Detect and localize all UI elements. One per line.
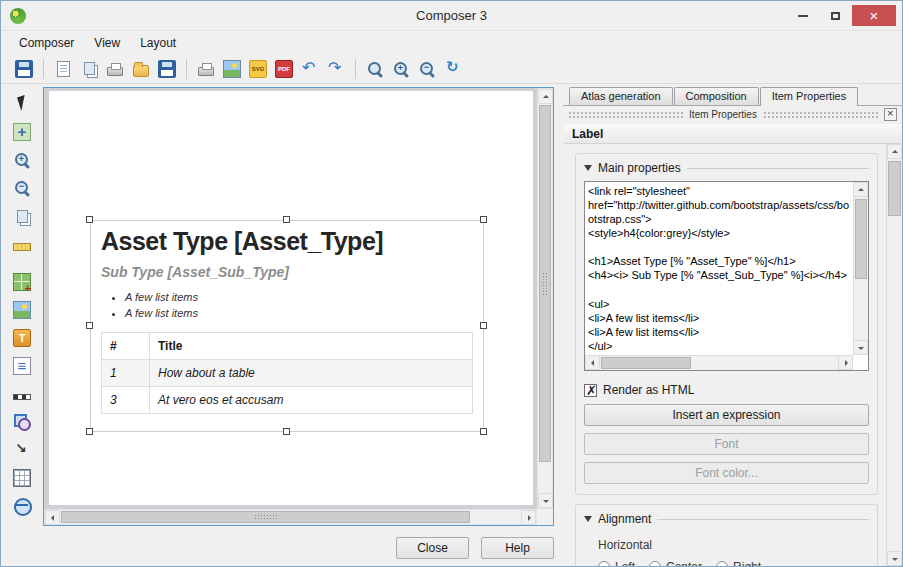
selection-handle[interactable] (283, 216, 290, 223)
select-move-item-button[interactable] (9, 91, 35, 117)
selection-handle[interactable] (283, 428, 290, 435)
new-composer-button[interactable] (50, 56, 76, 82)
selection-handle[interactable] (86, 322, 93, 329)
selection-handle[interactable] (86, 216, 93, 223)
selection-handle[interactable] (86, 428, 93, 435)
tab-composition[interactable]: Composition (674, 87, 759, 105)
editor-vertical-scrollbar[interactable] (853, 182, 868, 355)
cursor-icon (13, 95, 31, 113)
export-as-image-button[interactable] (219, 56, 245, 82)
scroll-thumb[interactable] (888, 161, 901, 216)
table-row: 3 At vero eos et accusam (102, 386, 473, 413)
zoom-out-tool-button[interactable] (9, 175, 35, 201)
scroll-thumb[interactable] (601, 357, 691, 369)
zoom-out-icon (418, 60, 436, 78)
zoom-full-button[interactable] (362, 56, 388, 82)
scroll-down-arrow[interactable] (887, 551, 902, 566)
duplicate-composer-button[interactable] (76, 56, 102, 82)
add-arrow-button[interactable] (9, 437, 35, 463)
alignment-header[interactable]: Alignment (584, 510, 869, 528)
tab-atlas-generation[interactable]: Atlas generation (569, 87, 673, 105)
redo-button[interactable] (323, 56, 349, 82)
add-image-button[interactable] (9, 297, 35, 323)
add-legend-button[interactable] (9, 353, 35, 379)
zoom-full-icon (366, 60, 384, 78)
scroll-right-arrow[interactable] (838, 355, 853, 370)
align-left-radio[interactable]: Left (598, 560, 635, 566)
label-item-list: A few list items A few list items (125, 290, 473, 322)
thumb-grip (542, 272, 548, 296)
printer-icon (198, 67, 214, 76)
canvas-horizontal-scrollbar[interactable] (44, 509, 537, 525)
selection-handle[interactable] (480, 322, 487, 329)
zoom-in-tool-button[interactable] (9, 147, 35, 173)
label-item-table: # Title 1 How about a table 3 At vero eo… (101, 332, 473, 414)
insert-expression-button[interactable]: Insert an expression (584, 404, 869, 426)
scroll-thumb[interactable] (855, 199, 867, 279)
canvas-vertical-scrollbar[interactable] (537, 88, 553, 509)
composer-canvas[interactable]: Asset Type [Asset_Type] Sub Type [Asset_… (43, 87, 554, 526)
maximize-button[interactable] (820, 5, 850, 26)
export-as-svg-button[interactable] (245, 56, 271, 82)
add-new-map-button[interactable] (9, 269, 35, 295)
selection-handle[interactable] (480, 216, 487, 223)
scroll-up-arrow[interactable] (887, 144, 902, 159)
scroll-thumb[interactable] (539, 105, 551, 462)
align-center-radio[interactable]: Center (649, 560, 702, 566)
label-item[interactable]: Asset Type [Asset_Type] Sub Type [Asset_… (90, 220, 484, 432)
scroll-down-arrow[interactable] (538, 493, 553, 508)
dock-close-button[interactable] (884, 108, 897, 121)
editor-horizontal-scrollbar[interactable] (585, 355, 853, 370)
table-header-row: # Title (102, 332, 473, 359)
load-from-template-button[interactable] (128, 56, 154, 82)
close-window-button[interactable] (852, 5, 896, 26)
refresh-view-button[interactable] (440, 56, 466, 82)
main-properties-header[interactable]: Main properties (584, 159, 869, 177)
tab-item-properties[interactable]: Item Properties (760, 87, 859, 106)
group-line (687, 168, 869, 169)
selection-handle[interactable] (480, 428, 487, 435)
menu-layout[interactable]: Layout (130, 33, 186, 53)
add-html-frame-button[interactable] (9, 493, 35, 519)
add-scalebar-button[interactable] (9, 381, 35, 407)
scroll-right-arrow[interactable] (521, 510, 536, 525)
label-html-editor[interactable]: <link rel="stylesheet" href="http://twit… (584, 181, 869, 371)
align-right-radio[interactable]: Right (716, 560, 761, 566)
undo-button[interactable] (297, 56, 323, 82)
render-as-html-row: Render as HTML (584, 383, 869, 397)
scroll-down-arrow[interactable] (853, 340, 868, 355)
add-shape-button[interactable] (9, 409, 35, 435)
save-project-button[interactable] (11, 56, 37, 82)
add-label-button[interactable] (9, 325, 35, 351)
panel-vertical-scrollbar[interactable] (886, 144, 902, 566)
scroll-left-arrow[interactable] (585, 355, 600, 370)
export-as-pdf-button[interactable] (271, 56, 297, 82)
menu-composer[interactable]: Composer (9, 33, 84, 53)
print-setup-button[interactable] (102, 56, 128, 82)
collapse-triangle-icon (584, 165, 592, 171)
menu-view[interactable]: View (84, 33, 130, 53)
ruler-icon (13, 243, 31, 251)
folder-icon (133, 65, 149, 77)
close-button[interactable]: Close (396, 537, 469, 559)
dock-title: Item Properties (689, 109, 757, 120)
move-item-content-button[interactable] (9, 119, 35, 145)
help-button[interactable]: Help (481, 537, 554, 559)
align-items-button[interactable] (9, 231, 35, 257)
scroll-thumb[interactable] (61, 511, 470, 523)
dock-titlebar[interactable]: Item Properties (564, 107, 901, 122)
print-button[interactable] (193, 56, 219, 82)
scroll-left-arrow[interactable] (45, 510, 60, 525)
scroll-up-arrow[interactable] (853, 182, 868, 197)
add-attribute-table-button[interactable] (9, 465, 35, 491)
copy-item-button[interactable] (9, 203, 35, 229)
zoom-in-button[interactable] (388, 56, 414, 82)
minimize-button[interactable] (788, 5, 818, 26)
render-as-html-checkbox[interactable] (584, 384, 597, 397)
zoom-out-button[interactable] (414, 56, 440, 82)
font-button[interactable]: Font (584, 433, 869, 455)
save-as-template-button[interactable] (154, 56, 180, 82)
font-color-button[interactable]: Font color... (584, 462, 869, 484)
label-html-code[interactable]: <link rel="stylesheet" href="http://twit… (588, 184, 850, 353)
scroll-up-arrow[interactable] (538, 89, 553, 104)
